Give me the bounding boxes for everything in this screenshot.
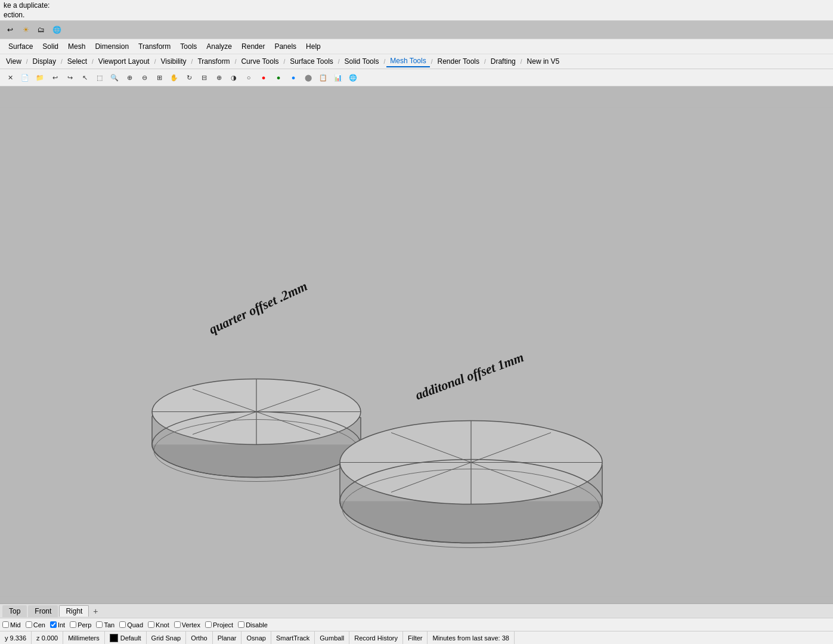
tool-x[interactable]: ✕ — [4, 71, 17, 84]
gumball-button[interactable]: Gumball — [315, 631, 349, 644]
snap-bar: Mid Cen Int Perp Tan Quad Knot Vertex — [0, 618, 833, 631]
snap-project-checkbox[interactable] — [205, 621, 212, 628]
tool-shade[interactable]: ◑ — [227, 71, 240, 84]
snap-quad[interactable]: Quad — [119, 621, 143, 628]
layer-name: Default — [120, 634, 141, 642]
menu-transform[interactable]: Transform — [134, 41, 175, 52]
snap-int[interactable]: Int — [50, 621, 65, 628]
tab-new-in-v5[interactable]: New in V5 — [524, 56, 563, 67]
tab-render-tools[interactable]: Render Tools — [433, 56, 483, 67]
snap-perp-label: Perp — [78, 621, 91, 628]
snap-mid[interactable]: Mid — [2, 621, 21, 628]
tab-select[interactable]: Select — [64, 56, 91, 67]
menu-panels[interactable]: Panels — [270, 41, 301, 52]
snap-knot[interactable]: Knot — [148, 621, 169, 628]
tool-circle[interactable]: ⬤ — [302, 71, 315, 84]
add-viewport-button[interactable]: + — [90, 606, 101, 617]
snap-perp[interactable]: Perp — [70, 621, 91, 628]
tool-pointer[interactable]: ↖ — [78, 71, 91, 84]
record-history-button[interactable]: Record History — [349, 631, 403, 644]
osnap-button[interactable]: Osnap — [241, 631, 271, 644]
undo-icon[interactable]: ↩ — [4, 23, 17, 36]
tool-globe[interactable]: 🌐 — [346, 71, 360, 84]
tab-visibility[interactable]: Visibility — [157, 56, 190, 67]
viewport-tab-front[interactable]: Front — [28, 605, 58, 617]
tool-new[interactable]: 📄 — [18, 71, 32, 84]
layer-color-swatch — [110, 634, 118, 642]
scene-svg: quarter offset .2mm additonal offset — [0, 86, 833, 618]
snap-project-label: Project — [213, 621, 233, 628]
tool-undo[interactable]: ↩ — [48, 71, 61, 84]
snap-int-checkbox[interactable] — [50, 621, 57, 628]
top-status-bar: ke a duplicate: ection. — [0, 0, 833, 21]
tool-properties[interactable]: 📊 — [332, 71, 345, 84]
menu-render[interactable]: Render — [237, 41, 270, 52]
snap-disable[interactable]: Disable — [238, 621, 268, 628]
menu-surface[interactable]: Surface — [4, 41, 38, 52]
tab-drafting[interactable]: Drafting — [487, 56, 519, 67]
smart-track-button[interactable]: SmartTrack — [271, 631, 315, 644]
layer-icon[interactable]: 🗂 — [35, 23, 48, 36]
tool-layer-panel[interactable]: 📋 — [317, 71, 330, 84]
snap-project[interactable]: Project — [205, 621, 233, 628]
snap-tan-checkbox[interactable] — [96, 621, 103, 628]
z-coord: z 0.000 — [32, 631, 63, 644]
snap-disable-checkbox[interactable] — [238, 621, 244, 628]
planar-button[interactable]: Planar — [213, 631, 242, 644]
menu-analyze[interactable]: Analyze — [202, 41, 237, 52]
menu-tools[interactable]: Tools — [175, 41, 202, 52]
tab-display[interactable]: Display — [29, 56, 60, 67]
filter-button[interactable]: Filter — [403, 631, 428, 644]
viewport-wrapper: quarter offset .2mm additonal offset — [0, 86, 833, 618]
tab-transform[interactable]: Transform — [194, 56, 233, 67]
tool-grid[interactable]: ⊟ — [197, 71, 210, 84]
viewport-tab-top[interactable]: Top — [2, 605, 27, 617]
snap-perp-checkbox[interactable] — [70, 621, 76, 628]
tab-mesh-tools[interactable]: Mesh Tools — [386, 55, 429, 67]
minutes-last-save: Minutes from last save: 38 — [428, 631, 514, 644]
snap-tan[interactable]: Tan — [96, 621, 114, 628]
menu-solid[interactable]: Solid — [38, 41, 63, 52]
canvas-area[interactable]: quarter offset .2mm additonal offset — [0, 86, 833, 618]
menu-help[interactable]: Help — [301, 41, 326, 52]
tab-bar: View / Display / Select / Viewport Layou… — [0, 54, 833, 69]
snap-vertex-label: Vertex — [182, 621, 200, 628]
tool-pan[interactable]: ✋ — [168, 71, 181, 84]
tool-color1[interactable]: ● — [257, 71, 270, 84]
tab-viewport-layout[interactable]: Viewport Layout — [95, 56, 153, 67]
sun-icon[interactable]: ☀ — [19, 23, 32, 36]
menu-mesh[interactable]: Mesh — [63, 41, 90, 52]
tool-snap[interactable]: ⊕ — [212, 71, 225, 84]
snap-mid-checkbox[interactable] — [2, 621, 9, 628]
tool-redo[interactable]: ↪ — [63, 71, 76, 84]
tab-curve-tools[interactable]: Curve Tools — [237, 56, 282, 67]
render-icon[interactable]: 🌐 — [50, 23, 63, 36]
tool-rotate-view[interactable]: ↻ — [182, 71, 196, 84]
snap-cen[interactable]: Cen — [26, 621, 45, 628]
tool-zoom-in[interactable]: ⊕ — [123, 71, 136, 84]
tool-select-window[interactable]: ⬚ — [93, 71, 106, 84]
tab-view[interactable]: View — [2, 56, 25, 67]
ortho-button[interactable]: Ortho — [186, 631, 213, 644]
snap-tan-label: Tan — [104, 621, 114, 628]
tool-wire[interactable]: ○ — [242, 71, 255, 84]
viewport-tab-right[interactable]: Right — [59, 605, 89, 617]
snap-vertex[interactable]: Vertex — [174, 621, 200, 628]
tab-solid-tools[interactable]: Solid Tools — [341, 56, 383, 67]
menu-bar: Surface Solid Mesh Dimension Transform T… — [0, 39, 833, 54]
main-layout: ke a duplicate: ection. ↩ ☀ 🗂 🌐 Surface … — [0, 0, 833, 644]
snap-disable-label: Disable — [246, 621, 268, 628]
tool-color3[interactable]: ● — [287, 71, 300, 84]
tool-zoom-ext[interactable]: ⊞ — [153, 71, 166, 84]
tool-color2[interactable]: ● — [272, 71, 285, 84]
tool-open[interactable]: 📁 — [33, 71, 47, 84]
menu-dimension[interactable]: Dimension — [90, 41, 134, 52]
snap-knot-checkbox[interactable] — [148, 621, 154, 628]
snap-cen-checkbox[interactable] — [26, 621, 32, 628]
snap-vertex-checkbox[interactable] — [174, 621, 181, 628]
snap-quad-checkbox[interactable] — [119, 621, 126, 628]
grid-snap-button[interactable]: Grid Snap — [147, 631, 187, 644]
tab-surface-tools[interactable]: Surface Tools — [286, 56, 337, 67]
tool-zoom-out[interactable]: ⊖ — [138, 71, 151, 84]
tool-zoom[interactable]: 🔍 — [108, 71, 121, 84]
